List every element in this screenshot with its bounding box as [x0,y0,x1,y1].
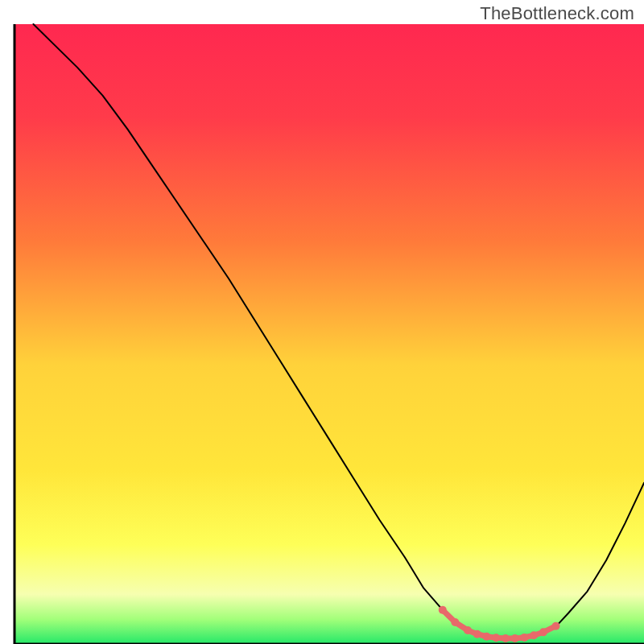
gradient-background [14,24,644,644]
highlight-marker [464,626,472,634]
highlight-marker [552,622,560,630]
highlight-marker [520,634,528,642]
highlight-marker [439,606,447,614]
highlight-marker [451,618,459,626]
plot-area [14,24,644,644]
highlight-marker [492,634,500,642]
highlight-marker [473,630,481,638]
highlight-marker [539,628,547,636]
highlight-marker [502,634,510,642]
highlight-marker [483,633,491,641]
bottleneck-chart [0,0,644,644]
highlight-marker [530,631,538,639]
chart-container: TheBottleneck.com [0,0,644,644]
highlight-marker [511,634,519,642]
